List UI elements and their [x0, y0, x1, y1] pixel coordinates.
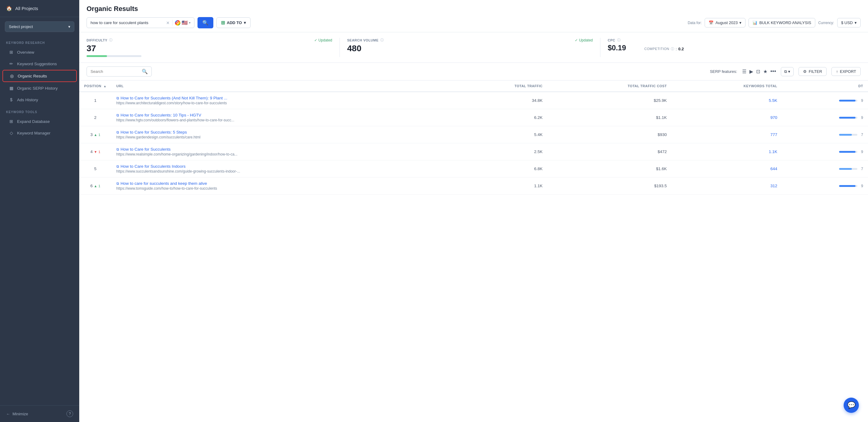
chat-button[interactable]: 💬: [844, 398, 859, 413]
main-content: Organic Results ✕ G 🇺🇸 ▾ 🔍 ⊞ ADD TO ▾: [79, 0, 868, 422]
total-traffic-cell: 1.1K: [452, 177, 548, 194]
results-table-container: POSITION ▲ URL TOTAL TRAFFIC TOTAL TRAFF…: [79, 81, 868, 422]
sidebar-item-overview[interactable]: ⊞ Overview: [2, 47, 77, 58]
export-button[interactable]: ↑ EXPORT: [831, 67, 861, 76]
cpc-value: $0.19: [608, 43, 626, 52]
copy-icon: ⧉: [784, 69, 787, 74]
result-title: How to Care for Succulents (And Not Kill…: [121, 96, 227, 100]
currency-select-button[interactable]: $ USD ▾: [837, 18, 861, 27]
sidebar-item-ads-history[interactable]: $ Ads History: [2, 94, 77, 105]
keywords-total-value[interactable]: 5.5K: [769, 98, 777, 103]
total-traffic-cost-cell: $472: [547, 143, 672, 160]
search-volume-updated-text: Updated: [579, 38, 593, 42]
total-traffic-cost-cell: $1.1K: [547, 109, 672, 126]
filter-label: FILTER: [809, 69, 822, 74]
result-link[interactable]: ⧉ How to Care for Succulents: 5 Steps: [117, 130, 446, 134]
search-button[interactable]: 🔍: [197, 17, 213, 28]
position-cell: 1: [79, 92, 112, 109]
add-to-button[interactable]: ⊞ ADD TO ▾: [216, 18, 250, 28]
result-url: https://www.architecturaldigest.com/stor…: [117, 101, 446, 105]
competition-value: 0.2: [678, 47, 684, 51]
video-icon[interactable]: ▶: [749, 69, 753, 74]
help-button[interactable]: ?: [66, 411, 73, 417]
difficulty-info-icon[interactable]: ⓘ: [109, 38, 113, 42]
star-icon[interactable]: ★: [763, 69, 768, 74]
right-controls: Data for: 📅 August 2023 ▾ 📊 BULK KEYWORD…: [688, 18, 861, 27]
data-for-label: Data for:: [688, 21, 702, 25]
more-serp-icon[interactable]: •••: [771, 68, 776, 75]
result-link[interactable]: ⧉ How to Care for Succulents Indoors: [117, 164, 446, 169]
sidebar-item-label: Keyword Manager: [17, 131, 51, 135]
position-column-header[interactable]: POSITION ▲: [79, 81, 112, 92]
dt-cell: 7: [782, 160, 868, 177]
difficulty-label: DIFFICULTY: [87, 38, 107, 42]
metrics-bar: DIFFICULTY ⓘ ✓ Updated 37 SEARCH VOLUME …: [79, 32, 868, 63]
minimize-button[interactable]: ← Minimize: [6, 412, 28, 416]
image-pack-icon[interactable]: ⊡: [756, 69, 760, 74]
google-icon: G: [175, 20, 180, 26]
sidebar-item-expand-database[interactable]: ⊞ Expand Database: [2, 116, 77, 127]
sidebar-item-keyword-suggestions[interactable]: ✏ Keyword Suggestions: [2, 58, 77, 69]
result-link[interactable]: ⧉ How to Care for Succulents: 10 Tips - …: [117, 113, 446, 117]
chat-icon: 💬: [847, 401, 856, 409]
search-volume-info-icon[interactable]: ⓘ: [380, 38, 384, 42]
sidebar-item-label: Organic Results: [18, 74, 47, 78]
keywords-total-value[interactable]: 1.1K: [769, 149, 777, 154]
result-url: https://www.tomsguide.com/how-to/how-to-…: [117, 186, 446, 190]
all-projects-nav[interactable]: 🏠 All Projects: [0, 0, 79, 17]
position-number: 6: [91, 184, 93, 188]
position-change: 1: [98, 184, 100, 188]
date-picker-button[interactable]: 📅 August 2023 ▾: [705, 18, 745, 27]
keywords-total-cell: 312: [672, 177, 782, 194]
keywords-total-column-header: KEYWORDS TOTAL: [672, 81, 782, 92]
project-select-label: Select project: [9, 24, 33, 29]
search-volume-label: SEARCH VOLUME: [347, 38, 378, 42]
project-select[interactable]: Select project ▾: [5, 21, 74, 32]
serp-icons: ☰ ▶ ⊡ ★ •••: [742, 68, 776, 75]
export-icon: ↑: [836, 69, 838, 74]
date-label: August 2023: [715, 21, 738, 25]
search-icon: 🔍: [142, 69, 148, 74]
dt-bar-fill: [839, 185, 856, 187]
search-volume-metric: SEARCH VOLUME ⓘ ✓ Updated 480: [347, 38, 600, 57]
result-link[interactable]: ⧉ How to care for succulents and keep th…: [117, 181, 446, 186]
copy-button[interactable]: ⧉ ▾: [781, 67, 794, 76]
keyword-search-input[interactable]: [91, 21, 164, 25]
result-link[interactable]: ⧉ How to Care for Succulents: [117, 147, 446, 152]
position-number: 5: [94, 167, 97, 171]
keywords-total-value[interactable]: 970: [771, 115, 777, 120]
chevron-down-icon: ▾: [189, 21, 190, 24]
filter-button[interactable]: ⚙ FILTER: [799, 67, 827, 76]
cpc-info-icon[interactable]: ⓘ: [617, 38, 621, 42]
keywords-total-value[interactable]: 644: [771, 167, 777, 171]
chart-icon: 📊: [752, 21, 757, 25]
keywords-total-value[interactable]: 312: [771, 184, 777, 188]
difficulty-updated-text: Updated: [318, 38, 332, 42]
dt-cell: 9: [782, 92, 868, 109]
position-number: 1: [94, 98, 97, 103]
result-link[interactable]: ⧉ How to Care for Succulents (And Not Ki…: [117, 96, 446, 100]
bulk-keyword-analysis-button[interactable]: 📊 BULK KEYWORD ANALYSIS: [748, 18, 815, 27]
list-icon[interactable]: ☰: [742, 69, 746, 74]
google-badge[interactable]: G 🇺🇸 ▾: [172, 20, 190, 26]
sidebar-item-organic-serp-history[interactable]: ▦ Organic SERP History: [2, 83, 77, 94]
search-volume-value: 480: [347, 43, 593, 53]
total-traffic-cell: 6.8K: [452, 160, 548, 177]
difficulty-value: 37: [87, 43, 332, 53]
chevron-down-icon: ▾: [855, 21, 857, 25]
external-link-icon: ⧉: [117, 113, 119, 117]
serp-features-label: SERP features:: [710, 69, 737, 74]
clear-icon[interactable]: ✕: [166, 21, 170, 25]
keywords-total-value[interactable]: 777: [771, 132, 777, 137]
table-search-input[interactable]: [91, 69, 139, 74]
url-cell: ⧉ How to Care for Succulents: 5 Steps ht…: [112, 126, 452, 143]
sidebar-footer: ← Minimize ?: [0, 405, 79, 422]
dt-cell: 9: [782, 143, 868, 160]
table-header-row: POSITION ▲ URL TOTAL TRAFFIC TOTAL TRAFF…: [79, 81, 868, 92]
competition-info-icon[interactable]: ⓘ: [671, 47, 674, 51]
sidebar-item-keyword-manager[interactable]: ◇ Keyword Manager: [2, 127, 77, 139]
sidebar-item-organic-results[interactable]: ◎ Organic Results: [2, 70, 77, 82]
dt-value: 9: [861, 184, 863, 188]
result-url: https://www.hgtv.com/outdoors/flowers-an…: [117, 118, 446, 122]
home-icon: 🏠: [6, 5, 12, 11]
